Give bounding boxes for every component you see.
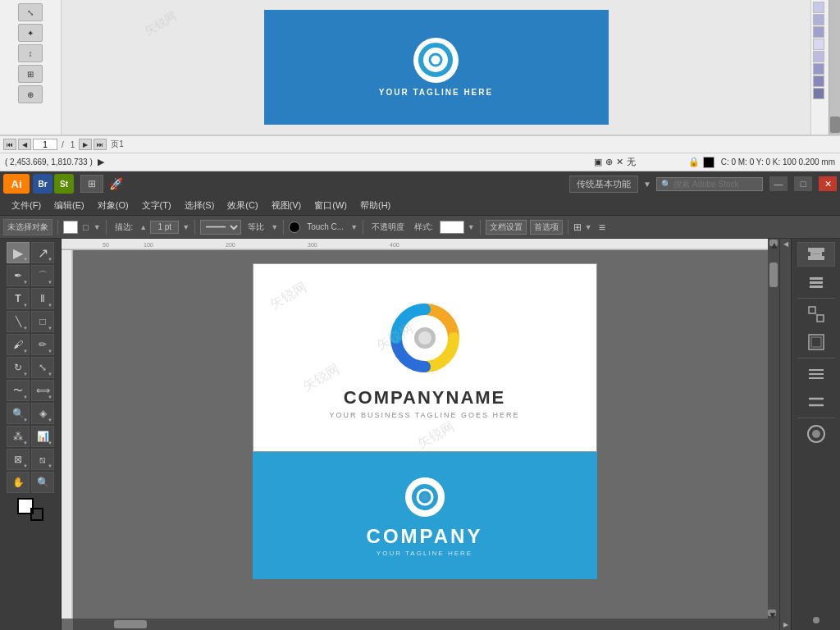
tool-row-7: 〜 ▼ ⟺ ▼ (7, 380, 54, 401)
top-tool-1[interactable]: ⤡ (18, 3, 43, 21)
stroke-color-circle[interactable] (289, 221, 300, 233)
menu-effect[interactable]: 效果(C) (221, 197, 264, 214)
rect-tool[interactable]: □ ▼ (31, 311, 54, 332)
swatch-3[interactable] (813, 26, 824, 38)
expand-btn[interactable]: ▶ (98, 157, 104, 167)
scale-tool[interactable]: ⤡ ▼ (31, 357, 54, 378)
direct-selection-tool[interactable]: ↗ ▼ (31, 242, 54, 263)
svg-text:200: 200 (226, 242, 235, 248)
transform-panel-icon[interactable] (797, 302, 835, 326)
touch-type-tool[interactable]: Ⅱ ▼ (31, 288, 54, 309)
swatch-2[interactable] (813, 14, 824, 25)
eyedropper-tool[interactable]: 🔍 ▼ (7, 403, 30, 424)
swatch-8[interactable] (813, 88, 824, 99)
scroll-arrow-down[interactable]: ▼ (768, 609, 776, 616)
br-logo[interactable]: Br (33, 174, 52, 194)
right-strip-arrow-up[interactable]: ◀ (780, 239, 791, 249)
workspace-selector[interactable]: 传统基本功能 (569, 176, 638, 193)
symbol-sprayer-tool[interactable]: ⁂ ▼ (7, 426, 30, 447)
dropdown-arrow-1[interactable]: ▼ (94, 223, 101, 231)
slice-tool[interactable]: ⧅ ▼ (31, 449, 54, 470)
close-icon[interactable]: ✕ (616, 157, 623, 167)
doc-settings-btn[interactable]: 文档设置 (486, 220, 527, 235)
column-graph-tool[interactable]: 📊 ▼ (31, 426, 54, 447)
search-input[interactable] (673, 180, 756, 189)
artboard-tool[interactable]: ⊠ ▼ (7, 449, 30, 470)
zoom-tool[interactable]: 🔍 (31, 472, 54, 493)
menu-help[interactable]: 帮助(H) (354, 197, 397, 214)
fill-color-box[interactable] (63, 221, 78, 234)
menu-view[interactable]: 视图(V) (265, 197, 308, 214)
doc-icon[interactable]: ▣ (594, 157, 602, 167)
pen-tool[interactable]: ✒ ▼ (7, 265, 30, 286)
stroke-down-btn[interactable]: ▼ (182, 223, 189, 231)
swatch-7[interactable] (813, 75, 824, 87)
preferences-btn[interactable]: 首选项 (530, 220, 563, 235)
menu-text[interactable]: 文字(T) (135, 197, 178, 214)
width-tool[interactable]: ⟺ ▼ (31, 380, 54, 401)
page-first-btn[interactable]: ⏮ (3, 139, 16, 150)
menu-window[interactable]: 窗口(W) (308, 197, 354, 214)
style-color-box[interactable] (440, 221, 464, 234)
stroke-style-select[interactable]: ━━━━ (200, 220, 241, 235)
line-tool[interactable]: ╲ ▼ (7, 311, 30, 332)
top-tool-5[interactable]: ⊕ (18, 85, 43, 103)
top-tool-3[interactable]: ↕ (18, 44, 43, 62)
workspace-dropdown-arrow[interactable]: ▼ (643, 180, 651, 189)
svg-rect-15 (811, 253, 821, 255)
right-strip-arrow-down[interactable]: ▶ (780, 619, 791, 630)
page-prev-btn[interactable]: ◀ (18, 139, 31, 150)
swatch-1[interactable] (813, 2, 824, 13)
close-btn[interactable]: ✕ (819, 176, 837, 191)
top-tool-4[interactable]: ⊞ (18, 65, 43, 83)
top-scrollbar-v[interactable] (829, 0, 840, 135)
scroll-thumb-v[interactable] (769, 262, 778, 287)
artboards-panel-icon[interactable] (797, 330, 835, 354)
maximize-btn[interactable]: □ (794, 176, 812, 191)
rotate-tool[interactable]: ↻ ▼ (7, 357, 30, 378)
page-last-btn[interactable]: ⏭ (94, 139, 107, 150)
circle-panel-icon[interactable] (797, 422, 835, 446)
scroll-thumb-h[interactable] (114, 620, 147, 628)
page-next-btn[interactable]: ▶ (79, 139, 92, 150)
selection-tool[interactable]: ▶ ▼ (7, 242, 30, 263)
layers-panel-icon[interactable] (797, 270, 835, 294)
blend-tool[interactable]: ◈ ▼ (31, 403, 54, 424)
menu-object[interactable]: 对象(O) (91, 197, 135, 214)
three-lines-icon[interactable] (797, 362, 835, 386)
stroke-up-btn[interactable]: ▲ (139, 223, 147, 231)
page-current-input[interactable]: 1 (33, 139, 57, 150)
canvas-scrollbar-h[interactable] (73, 619, 768, 630)
swatch-5[interactable] (813, 51, 824, 62)
align-panel-btn[interactable] (797, 242, 835, 267)
stroke-box[interactable] (30, 508, 43, 521)
type-tool[interactable]: T ▼ (7, 288, 30, 309)
top-tool-2[interactable]: ✦ (18, 24, 43, 42)
menu-file[interactable]: 文件(F) (5, 197, 48, 214)
more-options-icon[interactable]: ≡ (599, 221, 605, 234)
menu-select[interactable]: 选择(S) (178, 197, 221, 214)
layout-grid-icon[interactable]: ⊞ (573, 221, 582, 233)
dropdown-arrow-2[interactable]: ▼ (271, 223, 278, 231)
paintbrush-tool[interactable]: 🖌 ▼ (7, 334, 30, 355)
hand-tool[interactable]: ✋ (7, 472, 30, 493)
swatch-4[interactable] (813, 39, 824, 50)
canvas-scrollbar-v[interactable]: ▲ ▼ (768, 239, 779, 630)
swatch-6[interactable] (813, 63, 824, 75)
menu-grid-btn[interactable]: ⊞ (80, 175, 103, 193)
curvature-tool[interactable]: ⌒ ▼ (31, 265, 54, 286)
scroll-arrow-up[interactable]: ▲ (769, 240, 778, 246)
fill-color[interactable] (703, 157, 714, 168)
dropdown-arrow-5[interactable]: ▼ (585, 223, 592, 231)
st-logo[interactable]: St (54, 174, 74, 194)
minimize-btn[interactable]: — (769, 176, 788, 191)
dropdown-arrow-4[interactable]: ▼ (468, 223, 475, 231)
two-lines-icon[interactable] (797, 390, 835, 414)
stroke-width-input[interactable] (150, 221, 179, 234)
pencil-tool[interactable]: ✏ ▼ (31, 334, 54, 355)
artboard-icon[interactable]: ⊕ (605, 157, 613, 167)
rocket-btn[interactable]: 🚀 (107, 175, 125, 193)
menu-edit[interactable]: 编辑(E) (48, 197, 91, 214)
dropdown-arrow-3[interactable]: ▼ (350, 223, 358, 231)
warp-tool[interactable]: 〜 ▼ (7, 380, 30, 401)
